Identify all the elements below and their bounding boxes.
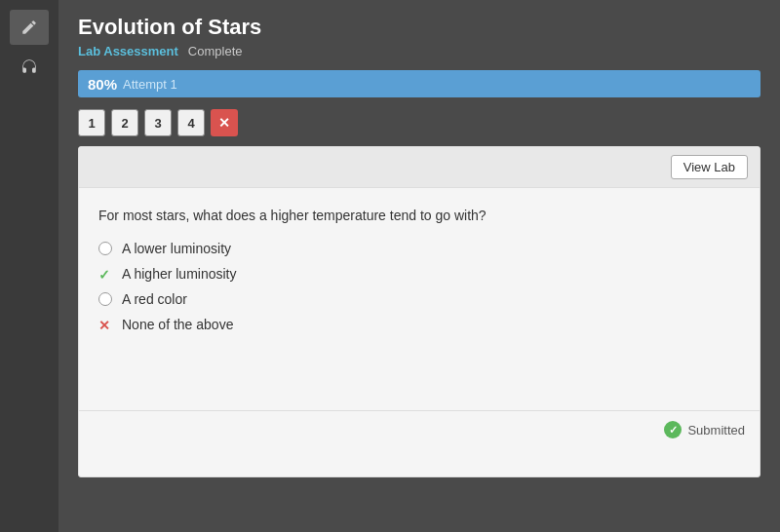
radio-circle-3 (98, 292, 112, 306)
question-toolbar: View Lab (79, 147, 760, 188)
answer-label-4: None of the above (122, 317, 233, 332)
nav-btn-3[interactable]: 3 (144, 109, 172, 136)
submitted-badge: ✓ Submitted (664, 421, 745, 438)
breadcrumb-lab[interactable]: Lab Assessment (78, 44, 178, 58)
submitted-check-icon: ✓ (664, 421, 682, 438)
nav-buttons: 1 2 3 4 ✕ (78, 109, 760, 136)
page-title: Evolution of Stars (78, 15, 760, 40)
breadcrumb: Lab Assessment Complete (78, 44, 760, 58)
sidebar (0, 0, 58, 532)
nav-btn-4[interactable]: 4 (177, 109, 205, 136)
nav-btn-1[interactable]: 1 (78, 109, 105, 136)
question-panel: View Lab For most stars, what does a hig… (78, 146, 760, 477)
answer-label-3: A red color (122, 291, 187, 307)
answer-label-2: A higher luminosity (122, 266, 237, 282)
answer-options: A lower luminosity ✓ A higher luminosity… (98, 241, 740, 332)
question-footer: ✓ Submitted (79, 410, 760, 448)
progress-bar: 80% Attempt 1 (78, 70, 760, 97)
answer-option-1[interactable]: A lower luminosity (98, 241, 740, 256)
view-lab-button[interactable]: View Lab (671, 155, 748, 179)
attempt-label: Attempt 1 (123, 77, 177, 92)
sidebar-item-headphones[interactable] (10, 49, 49, 84)
check-icon-2: ✓ (98, 267, 112, 281)
nav-btn-2[interactable]: 2 (111, 109, 138, 136)
x-icon-4: ✕ (98, 318, 112, 331)
submitted-label: Submitted (687, 423, 745, 437)
nav-btn-x[interactable]: ✕ (211, 109, 238, 136)
progress-percent: 80% (88, 76, 117, 93)
answer-option-2[interactable]: ✓ A higher luminosity (98, 266, 740, 282)
sidebar-item-pencil[interactable] (10, 10, 49, 45)
radio-circle-1 (98, 242, 112, 255)
answer-option-3[interactable]: A red color (98, 291, 740, 307)
question-text: For most stars, what does a higher tempe… (98, 208, 740, 223)
answer-option-4[interactable]: ✕ None of the above (98, 317, 740, 332)
main-content: Evolution of Stars Lab Assessment Comple… (58, 0, 780, 532)
answer-label-1: A lower luminosity (122, 241, 231, 256)
question-body: For most stars, what does a higher tempe… (79, 188, 760, 352)
breadcrumb-complete: Complete (188, 44, 243, 58)
